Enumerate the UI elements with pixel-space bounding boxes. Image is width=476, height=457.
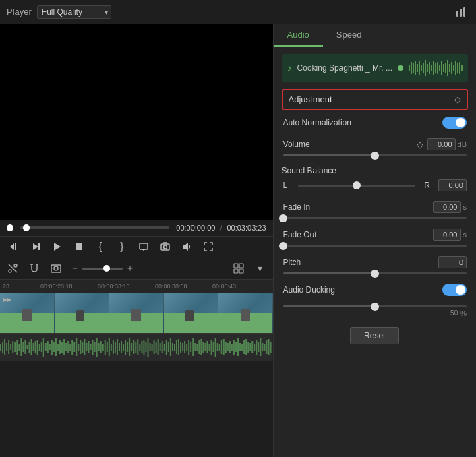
svg-rect-142 [235, 342, 237, 352]
svg-rect-155 [262, 343, 263, 351]
mark-out-button[interactable]: } [115, 239, 129, 254]
reset-button[interactable]: Reset [350, 327, 399, 344]
tab-speed[interactable]: Speed [323, 24, 376, 47]
svg-marker-7 [54, 243, 61, 251]
play-button[interactable] [50, 239, 65, 254]
svg-marker-14 [183, 243, 188, 251]
grid-tool[interactable] [231, 261, 246, 276]
fade-out-slider-track[interactable] [283, 245, 467, 247]
time-slider[interactable] [20, 226, 169, 229]
volume-button[interactable] [179, 239, 194, 254]
svg-rect-136 [223, 339, 225, 355]
svg-rect-35 [16, 340, 18, 355]
stop-button[interactable] [71, 239, 86, 254]
svg-rect-158 [268, 339, 269, 355]
timeline-tracks: ▶▶ [0, 293, 273, 457]
screen-mode-button[interactable] [136, 239, 151, 254]
svg-rect-126 [202, 342, 204, 353]
svg-rect-104 [158, 339, 159, 355]
fade-out-slider-thumb[interactable] [279, 242, 287, 250]
pitch-slider-track[interactable] [283, 272, 467, 274]
svg-rect-182 [451, 62, 452, 74]
svg-rect-65 [78, 344, 79, 351]
svg-rect-178 [443, 64, 444, 72]
fade-in-slider-thumb[interactable] [279, 214, 287, 222]
svg-rect-87 [123, 344, 124, 351]
fullscreen-button[interactable] [201, 239, 216, 254]
balance-value[interactable] [438, 179, 467, 191]
svg-rect-59 [65, 343, 67, 351]
quality-select[interactable]: Full Quality Half Quality Quarter Qualit… [37, 5, 111, 19]
track-item[interactable]: ♪ Cooking Spaghetti _ Mr. ... [282, 54, 468, 82]
audio-ducking-slider-thumb[interactable] [371, 303, 379, 311]
svg-rect-4 [15, 243, 16, 250]
fade-in-value[interactable] [433, 201, 461, 213]
svg-rect-84 [117, 339, 118, 355]
zoom-out-icon[interactable]: － [70, 262, 80, 274]
tab-audio[interactable]: Audio [274, 24, 323, 47]
audio-track[interactable] [0, 334, 273, 361]
volume-value[interactable] [427, 138, 456, 150]
svg-rect-120 [190, 342, 191, 352]
svg-rect-103 [156, 342, 157, 353]
svg-rect-125 [200, 339, 202, 355]
fade-out-value[interactable] [433, 228, 461, 241]
playhead-thumb[interactable] [7, 224, 13, 231]
video-frame-4 [164, 293, 218, 333]
play-step-button[interactable] [28, 239, 43, 254]
svg-rect-48 [43, 338, 44, 357]
adjustment-diamond-icon[interactable]: ◇ [454, 94, 461, 104]
svg-rect-38 [22, 342, 24, 352]
svg-rect-91 [131, 343, 132, 351]
svg-rect-123 [196, 344, 198, 351]
svg-rect-60 [67, 341, 69, 353]
pitch-value[interactable] [438, 256, 467, 268]
magnet-tool[interactable] [27, 261, 42, 276]
quality-wrapper[interactable]: Full Quality Half Quality Quarter Qualit… [37, 5, 111, 19]
svg-rect-93 [135, 342, 136, 353]
step-back-button[interactable] [7, 239, 22, 254]
svg-rect-39 [24, 340, 26, 354]
svg-rect-181 [449, 64, 450, 72]
balance-slider-thumb[interactable] [353, 181, 361, 189]
svg-rect-163 [413, 63, 414, 73]
svg-rect-57 [61, 342, 63, 353]
audio-ducking-toggle[interactable] [442, 284, 467, 296]
svg-rect-56 [59, 340, 61, 354]
photo-tool[interactable] [49, 261, 63, 276]
ruler-mark-0: 23 [3, 283, 9, 290]
controls-bar: { } [0, 237, 273, 257]
dropdown-tool[interactable]: ▾ [253, 261, 268, 276]
svg-rect-184 [455, 61, 456, 75]
volume-slider-thumb[interactable] [371, 152, 379, 160]
svg-rect-77 [102, 344, 104, 351]
video-frame-3 [109, 293, 164, 333]
svg-rect-148 [247, 342, 249, 353]
zoom-slider[interactable]: － ＋ [70, 262, 135, 274]
fade-in-slider-track[interactable] [283, 217, 467, 219]
svg-rect-114 [178, 339, 179, 355]
video-track[interactable]: ▶▶ [0, 293, 273, 334]
auto-normalization-toggle[interactable] [442, 117, 467, 129]
audio-ducking-slider-row: 50 % [282, 305, 468, 317]
chart-icon[interactable] [453, 4, 469, 20]
fade-in-row: Fade In s [282, 201, 468, 219]
snapshot-button[interactable] [158, 239, 173, 254]
mark-in-button[interactable]: { [93, 239, 108, 254]
svg-rect-150 [251, 341, 253, 353]
zoom-track[interactable] [82, 268, 123, 270]
balance-slider-track[interactable] [298, 185, 415, 187]
audio-ducking-slider-track[interactable] [283, 305, 467, 307]
time-separator: / [220, 224, 222, 232]
pitch-slider-thumb[interactable] [371, 270, 379, 278]
svg-rect-179 [445, 63, 446, 73]
volume-slider-track[interactable] [283, 154, 467, 156]
svg-rect-115 [180, 342, 181, 353]
svg-rect-100 [150, 343, 151, 351]
zoom-in-icon[interactable]: ＋ [125, 262, 135, 274]
volume-diamond-icon[interactable]: ◇ [417, 140, 423, 150]
right-panel: Audio Speed ♪ Cooking Spaghetti _ Mr. ..… [273, 24, 476, 457]
svg-rect-92 [133, 340, 134, 354]
cut-tool[interactable] [5, 261, 20, 276]
svg-rect-50 [47, 341, 49, 353]
